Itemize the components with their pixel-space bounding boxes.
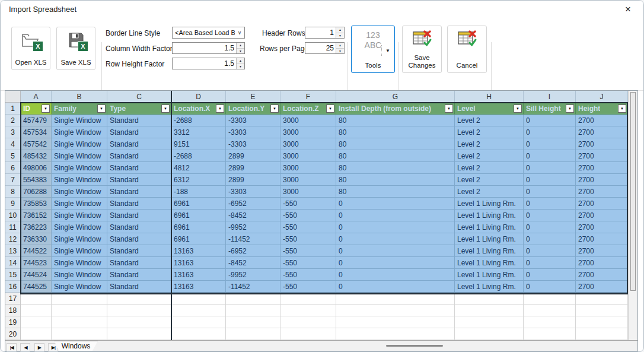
cell[interactable]: 3000 (280, 138, 336, 150)
row-header[interactable]: 3 (5, 126, 21, 138)
filter-dropdown-icon[interactable]: ▼ (216, 104, 224, 113)
cell[interactable]: 13163 (171, 281, 226, 293)
row-header[interactable]: 17 (5, 293, 21, 305)
row-header[interactable]: 4 (5, 138, 21, 150)
cell[interactable]: Single Window (52, 115, 107, 126)
cell[interactable]: 80 (336, 174, 455, 186)
cell[interactable]: 2700 (576, 174, 628, 186)
cell[interactable] (336, 293, 455, 305)
cell[interactable]: 0 (336, 245, 455, 257)
cell[interactable]: Single Window (52, 245, 107, 257)
header-rows-input[interactable]: 1 ▲▼ (305, 27, 345, 39)
cell[interactable]: 485432 (21, 150, 52, 162)
cell[interactable]: 736152 (21, 210, 52, 221)
cell[interactable] (171, 328, 226, 340)
cell[interactable]: 9151 (171, 138, 226, 150)
cell[interactable]: 735853 (21, 198, 52, 210)
close-icon[interactable]: × (619, 2, 637, 17)
cell[interactable]: Level 1 Living Rm. (455, 221, 524, 233)
spinner-up-icon[interactable]: ▲ (336, 27, 344, 33)
cell[interactable]: Single Window (52, 281, 107, 293)
cell[interactable]: Single Window (52, 198, 107, 210)
cell[interactable]: Single Window (52, 150, 107, 162)
cell[interactable]: 3000 (280, 126, 336, 138)
cell[interactable]: -2688 (171, 115, 226, 126)
spinner[interactable]: ▲▼ (236, 43, 244, 53)
save-changes-button[interactable]: Save Changes (402, 26, 442, 73)
cell[interactable]: Level 1 Living Rm. (455, 210, 524, 221)
cell[interactable]: -550 (280, 198, 336, 210)
cell[interactable]: 554383 (21, 174, 52, 186)
cell[interactable] (280, 328, 336, 340)
cell[interactable]: 0 (524, 162, 576, 174)
cell[interactable]: Single Window (52, 186, 107, 198)
cell[interactable] (336, 316, 455, 328)
cell[interactable]: 6961 (171, 221, 226, 233)
spinner[interactable]: ▲▼ (236, 58, 244, 69)
cell[interactable]: 2700 (576, 245, 628, 257)
cell[interactable]: 0 (336, 198, 455, 210)
cell[interactable]: Standard (107, 221, 171, 233)
cell[interactable] (455, 293, 524, 305)
spreadsheet-grid[interactable]: ABCDEFGHIJ1ID▼Family▼Type▼Location.X▼Loc… (5, 91, 628, 340)
cell[interactable] (226, 293, 280, 305)
row-height-factor-input[interactable]: 1.5 ▲▼ (172, 58, 245, 69)
cell[interactable]: Standard (107, 233, 171, 245)
cancel-button[interactable]: Cancel (447, 26, 487, 73)
filter-dropdown-icon[interactable]: ▼ (514, 104, 522, 113)
save-xls-button[interactable]: X Save XLS (56, 27, 95, 70)
filter-dropdown-icon[interactable]: ▼ (566, 104, 574, 113)
cell[interactable] (336, 328, 455, 340)
cell[interactable] (226, 305, 280, 316)
cell[interactable]: Single Window (52, 126, 107, 138)
row-header[interactable]: 13 (5, 245, 21, 257)
vertical-scrollbar[interactable] (628, 91, 637, 340)
cell[interactable]: -188 (171, 186, 226, 198)
cell[interactable]: 498006 (21, 162, 52, 174)
vertical-scrollbar-thumb[interactable] (630, 92, 636, 291)
cell[interactable]: -3303 (226, 186, 280, 198)
cell[interactable] (21, 316, 52, 328)
cell[interactable]: 0 (524, 221, 576, 233)
cell[interactable]: 0 (336, 210, 455, 221)
field-header-cell[interactable]: Sill Height▼ (524, 103, 576, 115)
column-header-G[interactable]: G (336, 91, 455, 103)
cell[interactable]: 80 (336, 162, 455, 174)
cell[interactable] (336, 305, 455, 316)
cell[interactable]: 3000 (280, 150, 336, 162)
cell[interactable]: -11452 (226, 233, 280, 245)
cell[interactable]: 0 (524, 186, 576, 198)
cell[interactable] (576, 305, 628, 316)
sheet-tab-windows[interactable]: Windows (54, 341, 98, 351)
cell[interactable]: Standard (107, 186, 171, 198)
cell[interactable]: Standard (107, 257, 171, 269)
column-header-C[interactable]: C (107, 91, 171, 103)
cell[interactable]: Standard (107, 245, 171, 257)
cell[interactable]: -550 (280, 257, 336, 269)
cell[interactable] (107, 328, 171, 340)
cell[interactable]: -3303 (226, 126, 280, 138)
cell[interactable]: 0 (524, 210, 576, 221)
cell[interactable]: -8452 (226, 210, 280, 221)
cell[interactable]: Single Window (52, 138, 107, 150)
border-line-style-select[interactable]: <Area Based Load Boun ∨ (172, 27, 245, 39)
cell[interactable]: -550 (280, 233, 336, 245)
cell[interactable]: -9952 (226, 221, 280, 233)
cell[interactable]: 0 (524, 126, 576, 138)
cell[interactable]: Standard (107, 281, 171, 293)
cell[interactable]: 0 (336, 281, 455, 293)
column-header-J[interactable]: J (576, 91, 628, 103)
column-width-factor-input[interactable]: 1.5 ▲▼ (172, 42, 245, 54)
column-header-F[interactable]: F (280, 91, 336, 103)
cell[interactable]: 3000 (280, 174, 336, 186)
field-header-cell[interactable]: ID▼ (21, 103, 52, 115)
cell[interactable]: Standard (107, 138, 171, 150)
field-header-cell[interactable]: Install Depth (from outside)▼ (336, 103, 455, 115)
cell[interactable]: 2700 (576, 162, 628, 174)
row-header[interactable]: 8 (5, 186, 21, 198)
field-header-cell[interactable]: Level▼ (455, 103, 524, 115)
cell[interactable]: 457542 (21, 138, 52, 150)
cell[interactable] (171, 293, 226, 305)
cell[interactable]: -6952 (226, 245, 280, 257)
cell[interactable]: 2700 (576, 269, 628, 281)
